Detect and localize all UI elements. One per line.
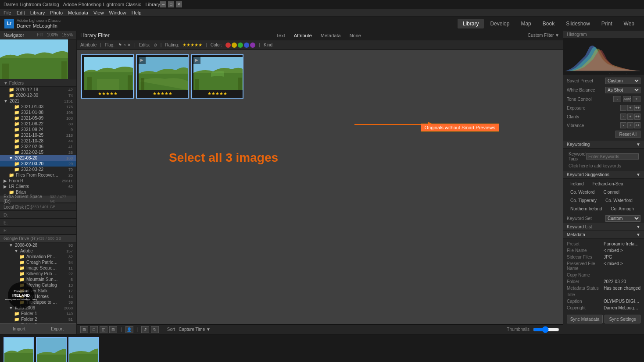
filter-tab-none[interactable]: None (348, 32, 363, 39)
folder-2021-01-08[interactable]: 📁2021-01-08 198 (0, 110, 76, 115)
module-book[interactable]: Book (537, 19, 560, 28)
local-disk-section[interactable]: Local Disk (C:) 360 / 401 GB (0, 203, 76, 211)
edits-toggle[interactable]: ⊘ (154, 43, 157, 47)
folder-2021-10-25[interactable]: 📁2021-10-25 218 (0, 132, 76, 138)
folder-image-seq[interactable]: 📁Image Sequence Photoshop 11 (0, 265, 76, 271)
person-btn[interactable]: 👤 (125, 326, 133, 333)
zoom-fill[interactable]: 155% (61, 32, 73, 37)
thumb-cell-3[interactable]: ▶ ★★★★★ (191, 54, 243, 99)
folder-2020-12-30[interactable]: 📁2020-12-30 74 (0, 92, 76, 98)
folders-section[interactable]: ▼ Folders (0, 79, 76, 87)
loupe-view-btn[interactable]: □ (90, 326, 98, 333)
color-yellow[interactable] (232, 43, 237, 48)
kw-tipperary[interactable]: Co. Tipperary (567, 197, 600, 204)
color-purple[interactable] (250, 43, 255, 48)
exposure-minus[interactable]: - (620, 105, 626, 111)
folder-2021-05-09[interactable]: 📁2021-05-09 103 (0, 115, 76, 121)
white-balance-select[interactable]: As Shot (605, 87, 640, 93)
export-button[interactable]: Export (38, 323, 76, 334)
vibrance-minus[interactable]: - (620, 122, 626, 128)
exposure-plus2[interactable]: ++ (634, 105, 640, 111)
tone-plus[interactable]: + (633, 96, 640, 102)
saved-preset-select[interactable]: Custom (605, 78, 640, 84)
thumb-cell-1[interactable]: ★★★★★ (81, 54, 134, 99)
filmstrip-thumb-3[interactable] (68, 337, 99, 362)
folder-2020-12-18[interactable]: 📁2020-12-18 42 (0, 87, 76, 92)
keyword-input[interactable] (586, 153, 639, 160)
kw-wexford[interactable]: Co. Wexford (567, 189, 598, 195)
google-drive-section[interactable]: Google Drive (G:) 439 / 500 GB (0, 234, 76, 242)
kw-fethard[interactable]: Fethard-on-Sea (589, 181, 627, 187)
folder-2008-09-28[interactable]: ▼2008-09-28 93 (0, 242, 76, 248)
folder-2021-08-22[interactable]: 📁2021-08-22 30 (0, 121, 76, 127)
import-button[interactable]: Import (0, 323, 38, 334)
minimize-button[interactable]: ─ (160, 1, 166, 7)
grid-view-btn[interactable]: ⊞ (80, 326, 88, 333)
clarity-plus2[interactable]: ++ (634, 114, 640, 120)
close-button[interactable]: ✕ (176, 1, 182, 7)
survey-view-btn[interactable]: ⊟ (109, 326, 117, 333)
folder-2022-02-15[interactable]: 📁2022-02-15 26 (0, 149, 76, 155)
keywording-header[interactable]: Keywording ▼ (563, 141, 644, 149)
rotate-right-btn[interactable]: ↻ (151, 326, 159, 333)
kw-clonmel[interactable]: Clonmel (600, 189, 623, 195)
menu-photo[interactable]: Photo (50, 10, 63, 15)
flag-rejected[interactable]: ✕ (127, 43, 131, 47)
folder-recovered[interactable]: 📁Files From Recovered Drives 25 (0, 172, 76, 178)
menu-library[interactable]: Library (30, 10, 45, 15)
drive-f-section[interactable]: F: (0, 227, 76, 234)
reset-all-btn[interactable]: Reset All (615, 131, 640, 138)
folder-lr-clients[interactable]: ▶LR Clients 62 (0, 184, 76, 189)
kw-armagh[interactable]: Co. Armagh (607, 206, 637, 212)
module-slideshow[interactable]: Slideshow (561, 19, 595, 28)
keyword-list-header[interactable]: Keyword List ▼ (563, 223, 644, 231)
folder-mountain-hdr[interactable]: 📁Mountain Sunset HDR 6 (0, 277, 76, 282)
vibrance-plus[interactable]: + (627, 122, 633, 128)
module-print[interactable]: Print (596, 19, 618, 28)
filmstrip-thumb-2[interactable] (36, 337, 67, 362)
click-add-keywords[interactable]: Click here to add keywords (565, 163, 642, 169)
folder-2022-03-22[interactable]: 📁2022-03-22 70 (0, 167, 76, 172)
folder-animation[interactable]: 📁Animation Photoshop GIF and ... 32 (0, 254, 76, 259)
zoom-fit[interactable]: FIT (37, 32, 43, 37)
restore-button[interactable]: □ (168, 1, 174, 7)
folder-2022-03-20-sub[interactable]: 📁2022-03-20 29 (0, 161, 76, 167)
kw-ireland[interactable]: Ireland (567, 181, 587, 187)
flag-none[interactable]: ○ (123, 43, 126, 47)
sync-metadata-btn[interactable]: Sync Metadata (567, 315, 603, 323)
extra-salient-section[interactable]: Extra Salient Space (B:) 332 / 477 GB (0, 195, 76, 203)
rotate-left-btn[interactable]: ↺ (141, 326, 149, 333)
keyword-set-select[interactable]: Custom (605, 215, 640, 222)
zoom-100[interactable]: 100% (47, 32, 58, 37)
module-web[interactable]: Web (619, 19, 640, 28)
folder-2021-10-28[interactable]: 📁2021-10-28 44 (0, 138, 76, 144)
custom-filter-dropdown[interactable]: Custom Filter ▼ (528, 33, 559, 38)
menu-file[interactable]: File (4, 10, 11, 15)
compare-view-btn[interactable]: ◫ (100, 326, 107, 333)
clarity-minus[interactable]: - (620, 114, 626, 120)
folder-kilkenny[interactable]: 📁Kilkenny Pub Vanishing Point 22 (0, 271, 76, 277)
tone-minus[interactable]: - (613, 96, 621, 102)
module-develop[interactable]: Develop (485, 19, 515, 28)
tone-auto[interactable]: Auto (623, 96, 631, 102)
menu-metadata[interactable]: Metadata (68, 10, 88, 15)
menu-help[interactable]: Help (132, 10, 142, 15)
filmstrip-thumb-1[interactable] (4, 337, 34, 362)
folder-2[interactable]: 📁Folder 2 51 (0, 316, 76, 322)
color-blue[interactable] (244, 43, 249, 48)
drive-d-section[interactable]: D: (0, 211, 76, 219)
clarity-plus[interactable]: + (627, 114, 633, 120)
sort-value[interactable]: Capture Time ▼ (179, 327, 211, 332)
module-library[interactable]: Library (458, 19, 484, 28)
folder-1[interactable]: 📁Folder 1 140 (0, 311, 76, 316)
filter-tab-text[interactable]: Text (275, 32, 287, 39)
kw-waterford[interactable]: Co. Waterford (602, 197, 636, 204)
thumbnail-size-slider[interactable] (533, 326, 559, 333)
menu-view[interactable]: View (93, 10, 104, 15)
menu-window[interactable]: Window (109, 10, 126, 15)
menu-edit[interactable]: Edit (17, 10, 25, 15)
folder-2021[interactable]: ▼2021 1151 (0, 98, 76, 104)
folder-2021-09-24[interactable]: 📁2021-09-24 9 (0, 127, 76, 132)
exposure-plus[interactable]: + (627, 105, 633, 111)
folder-from-r[interactable]: ▶From R 25611 (0, 178, 76, 184)
